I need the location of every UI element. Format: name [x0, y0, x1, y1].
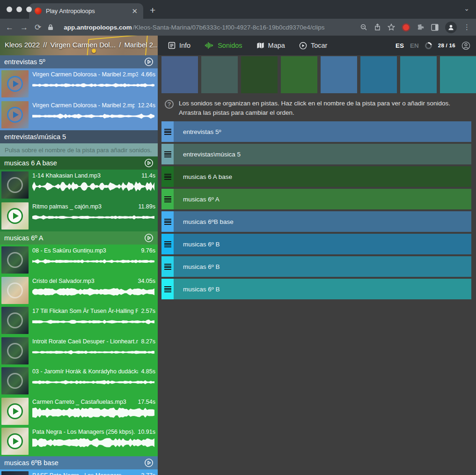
clip-row[interactable]: Carmen Carreto _ Castañuelas.mp317.54s: [0, 396, 158, 426]
track-drag-handle[interactable]: [161, 144, 174, 164]
clip-play-icon[interactable]: [7, 282, 23, 298]
clip-thumbnail[interactable]: [1, 367, 29, 394]
track-row[interactable]: entrevistas 5º: [161, 121, 471, 142]
clip-play-icon[interactable]: [7, 208, 23, 224]
tab-sonidos[interactable]: Sonidos: [205, 42, 242, 49]
track-row[interactable]: musicas 6ºB base: [161, 211, 471, 232]
clip-row[interactable]: Introit Rorate Caeli Desuper - Lionheart…: [0, 335, 158, 366]
clip-thumbnail[interactable]: [1, 70, 29, 97]
clip-thumbnail[interactable]: [1, 171, 29, 199]
tab-info[interactable]: Info: [168, 42, 190, 49]
track-drag-handle[interactable]: [161, 189, 174, 209]
clip-play-icon[interactable]: [7, 107, 23, 123]
breadcrumb-item[interactable]: Maribel 2...: [124, 41, 158, 49]
bookmark-star-icon[interactable]: [388, 23, 395, 31]
clip-play-icon[interactable]: [7, 373, 23, 389]
track-name-button[interactable]: musicas 6ºB base: [174, 211, 471, 232]
clip-thumbnail[interactable]: [1, 428, 29, 455]
section-play-button[interactable]: [144, 233, 154, 243]
clip-row[interactable]: 08 - Es Sakūru Guntiņu.mp39.76s: [0, 245, 158, 275]
clip-thumbnail[interactable]: [1, 471, 29, 475]
lang-es-button[interactable]: ES: [395, 42, 404, 49]
clip-play-icon[interactable]: [7, 76, 23, 92]
track-row[interactable]: musicas 6 A base: [161, 166, 471, 187]
extensions-puzzle-icon[interactable]: [417, 23, 425, 31]
track-section-title[interactable]: musicas 6 A base: [4, 159, 57, 167]
browser-tab[interactable]: Play Antropoloops ✕: [29, 3, 143, 19]
clip-thumbnail[interactable]: [1, 337, 29, 364]
lang-en-button[interactable]: EN: [410, 42, 419, 49]
tab-tocar[interactable]: Tocar: [299, 42, 327, 50]
track-section-title[interactable]: entrevistas\música 5: [4, 133, 66, 141]
track-section-title[interactable]: musicas 6ºB base: [4, 459, 59, 467]
track-section-title[interactable]: entrevistas 5º: [4, 58, 45, 66]
record-button[interactable]: [403, 24, 409, 30]
track-section-header[interactable]: musicas 6ºB base: [0, 456, 158, 469]
clip-play-icon[interactable]: [7, 252, 23, 268]
track-drag-handle[interactable]: [161, 234, 174, 254]
clip-thumbnail[interactable]: [1, 398, 29, 425]
clip-play-icon[interactable]: [7, 433, 23, 449]
track-drag-handle[interactable]: [161, 211, 174, 232]
track-drag-handle[interactable]: [161, 121, 174, 142]
track-section-header[interactable]: musicas 6 A base: [0, 156, 158, 170]
tab-mapa[interactable]: Mapa: [256, 42, 285, 49]
track-section-header[interactable]: musicas 6º A: [0, 231, 158, 245]
section-play-button[interactable]: [144, 158, 154, 168]
clip-thumbnail[interactable]: [1, 202, 29, 230]
clip-row[interactable]: Virgen Carmen Dolorosa - Maribel 2.mp34.…: [0, 68, 158, 99]
play-all-icon[interactable]: [144, 57, 154, 67]
tab-close-icon[interactable]: ✕: [132, 7, 138, 15]
clip-row[interactable]: Virgen Carmen Dolorosa - Maribel 2.mp312…: [0, 99, 158, 130]
side-panel-icon[interactable]: [431, 24, 439, 31]
section-play-button[interactable]: [144, 458, 154, 468]
clip-thumbnail[interactable]: [1, 307, 29, 334]
track-section-header[interactable]: entrevistas 5º: [0, 55, 158, 68]
clip-play-icon[interactable]: [7, 177, 23, 193]
clip-thumbnail[interactable]: [1, 101, 29, 128]
profile-avatar[interactable]: [445, 22, 457, 33]
breadcrumb-project[interactable]: Kleos 2022: [5, 41, 40, 49]
track-row[interactable]: musicas 6º A: [161, 189, 471, 209]
breadcrumb-group[interactable]: Virgen Carmen Dol...: [50, 41, 116, 49]
clip-play-icon[interactable]: [7, 312, 23, 328]
clip-row[interactable]: BASE Pata Negra - Los Managers3.77s: [0, 469, 158, 475]
breadcrumb[interactable]: Kleos 2022//Virgen Carmen Dol.../Maribel…: [5, 41, 158, 49]
track-name-button[interactable]: entrevistas\música 5: [174, 144, 471, 164]
track-row[interactable]: musicas 6º B: [161, 256, 471, 277]
track-name-button[interactable]: musicas 6º B: [174, 279, 471, 299]
traffic-light[interactable]: [7, 7, 12, 12]
track-name-button[interactable]: musicas 6º B: [174, 256, 471, 277]
track-name-button[interactable]: musicas 6º B: [174, 234, 471, 254]
traffic-light[interactable]: [16, 7, 22, 12]
track-row[interactable]: musicas 6º B: [161, 279, 471, 299]
clip-thumbnail[interactable]: [1, 277, 29, 304]
clip-thumbnail[interactable]: [1, 246, 29, 274]
clip-row[interactable]: Cristo del Salvador.mp334.05s: [0, 275, 158, 305]
zoom-icon[interactable]: [360, 23, 367, 31]
reload-button[interactable]: ⟳: [35, 23, 41, 31]
new-tab-button[interactable]: +: [150, 5, 155, 16]
tab-search-chevron-icon[interactable]: ⌄: [464, 5, 469, 12]
breadcrumb-map[interactable]: Kleos 2022//Virgen Carmen Dol.../Maribel…: [0, 36, 158, 55]
clip-row[interactable]: 1-14 Khakasian Land.mp311.4s: [0, 170, 158, 200]
track-drag-handle[interactable]: [161, 166, 174, 187]
share-icon[interactable]: [374, 23, 381, 31]
play-all-icon[interactable]: [144, 158, 154, 168]
back-button[interactable]: ←: [6, 23, 14, 31]
clip-play-icon[interactable]: [7, 403, 23, 419]
clip-row[interactable]: Ritmo palmas _ cajón.mp311.89s: [0, 200, 158, 231]
menu-kebab-icon[interactable]: ⋮: [463, 23, 470, 31]
track-row[interactable]: entrevistas\música 5: [161, 144, 471, 164]
clip-play-icon[interactable]: [7, 343, 23, 359]
url-bar[interactable]: app.antropoloops.com/Kleos-Santa-Marina/…: [64, 24, 353, 31]
track-name-button[interactable]: musicas 6 A base: [174, 166, 471, 187]
play-all-icon[interactable]: [144, 458, 154, 468]
clip-row[interactable]: Pata Negra - Los Managers (256 kbps).mp3…: [0, 426, 158, 456]
clip-row[interactable]: 03 - Jaromír Horák & Konrádyho dudácká .…: [0, 365, 158, 396]
play-all-icon[interactable]: [144, 233, 154, 243]
section-play-button[interactable]: [144, 57, 154, 67]
traffic-lights[interactable]: [7, 7, 32, 12]
forward-button[interactable]: →: [20, 23, 28, 31]
track-section-header[interactable]: entrevistas\música 5: [0, 130, 158, 143]
